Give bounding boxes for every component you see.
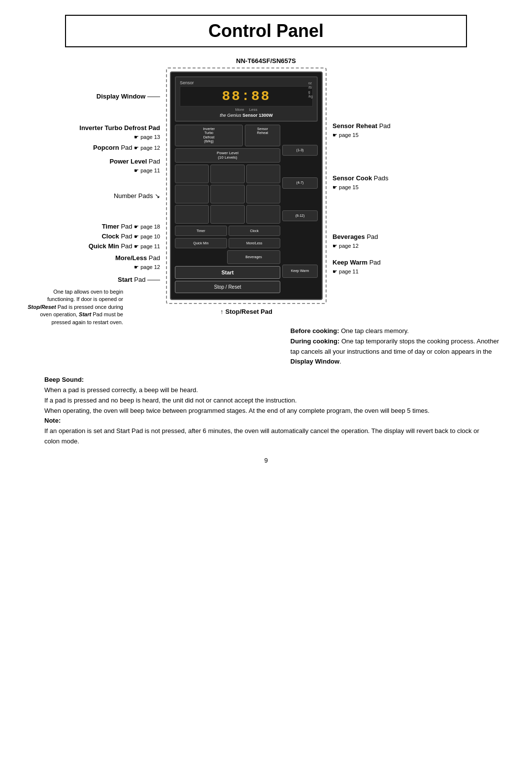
stop-reset-description: Before cooking: One tap clears memory. D… bbox=[271, 326, 507, 367]
panel-inner: Inverter Turbo Defrost (lb/kg) Sensor Re… bbox=[175, 125, 318, 295]
beep-line-1: When a pad is pressed correctly, a beep … bbox=[44, 386, 198, 394]
note-section: Note: If an operation is set and Start P… bbox=[44, 416, 488, 446]
right-labels: Sensor Reheat Pad ☛ page 15 Sensor Cook … bbox=[330, 67, 468, 326]
sensor-cook-pads-label: Sensor Cook Pads bbox=[332, 174, 468, 183]
model-number: NN-T664SF/SN657S bbox=[15, 57, 517, 65]
inverter-turbo-defrost-btn[interactable]: Inverter Turbo Defrost (lb/kg) bbox=[175, 125, 243, 146]
numpad-1[interactable] bbox=[175, 165, 209, 183]
genius-label: the Genius Sensor 1300W bbox=[180, 113, 313, 118]
stop-reset-btn[interactable]: Stop / Reset bbox=[175, 281, 280, 293]
page-number: 9 bbox=[15, 457, 517, 464]
page-title: Control Panel bbox=[76, 21, 456, 41]
timer-btn[interactable]: Timer bbox=[175, 226, 227, 236]
sensor-cook-4-7-btn[interactable]: (4-7) bbox=[282, 177, 318, 188]
display-window-arrow: —— bbox=[147, 93, 160, 100]
beep-sound-title: Beep Sound: bbox=[44, 376, 84, 383]
beep-line-2: If a pad is pressed and no beep is heard… bbox=[44, 397, 297, 404]
title-box: Control Panel bbox=[65, 15, 467, 47]
numpad-8[interactable] bbox=[210, 205, 244, 224]
beverages-page-ref: ☛ page 12 bbox=[332, 242, 468, 250]
numpad-6[interactable] bbox=[246, 185, 280, 203]
inverter-label: Inverter Turbo Defrost Pad bbox=[25, 124, 160, 133]
stop-reset-pad-label-area: ↑ Stop/Reset Pad bbox=[220, 308, 272, 315]
note-title: Note: bbox=[44, 417, 61, 424]
numpad-4[interactable] bbox=[175, 185, 209, 203]
left-labels: Display Window —— Inverter Turbo Defrost… bbox=[25, 67, 163, 326]
number-pads-label: Number Pads ↘ bbox=[25, 192, 160, 201]
before-cooking-text: One tap clears memory. bbox=[341, 327, 409, 335]
microwave-panel: Sensor 88:88 oz /lb g /kg bbox=[170, 71, 323, 300]
numpad-3[interactable] bbox=[246, 165, 280, 183]
clock-btn[interactable]: Clock bbox=[229, 226, 281, 236]
before-cooking-label: Before cooking: bbox=[291, 327, 339, 335]
numpad-5[interactable] bbox=[210, 185, 244, 203]
power-level-label: Power Level Pad bbox=[25, 157, 160, 166]
display-window-panel: Sensor 88:88 oz /lb g /kg bbox=[175, 76, 318, 122]
keep-warm-pad-label: Keep Warm Pad bbox=[332, 258, 468, 267]
numpad-7[interactable] bbox=[175, 205, 209, 224]
display-digits: 88:88 bbox=[180, 86, 313, 106]
timer-clock-row: Timer Clock bbox=[175, 226, 280, 236]
start-pad-label: Start Pad —— bbox=[25, 275, 160, 284]
number-pads-arrow: ↘ bbox=[155, 192, 160, 200]
top-btn-row: Inverter Turbo Defrost (lb/kg) Sensor Re… bbox=[175, 125, 280, 146]
inverter-page-ref: ☛ page 13 bbox=[25, 134, 160, 141]
beverages-col bbox=[175, 250, 225, 264]
quick-min-label: Quick Min Pad ☛ page 11 bbox=[25, 242, 160, 251]
popcorn-label: Popcorn Pad ☛ page 12 bbox=[25, 143, 160, 152]
sensor-reheat-label: Sensor Reheat Pad bbox=[332, 122, 468, 131]
more-less-btn[interactable]: More/Less bbox=[229, 238, 281, 248]
keep-warm-btn[interactable]: Keep Warm bbox=[282, 265, 318, 277]
sensor-reheat-page-ref: ☛ page 15 bbox=[332, 132, 468, 139]
beverages-btn[interactable]: Beverages bbox=[227, 250, 280, 264]
sensor-cook-1-3-btn[interactable]: (1-3) bbox=[282, 145, 318, 156]
display-window-bold: Display Window bbox=[291, 358, 340, 365]
quick-min-btn[interactable]: Quick Min bbox=[175, 238, 227, 248]
more-less-pad-label: More/Less Pad bbox=[25, 254, 160, 263]
numpad-2[interactable] bbox=[210, 165, 244, 183]
number-pad-grid bbox=[175, 165, 280, 224]
stop-reset-description-area: Before cooking: One tap clears memory. D… bbox=[25, 326, 507, 367]
power-level-page-ref: ☛ page 11 bbox=[25, 167, 160, 174]
panel-dashed-border: Sensor 88:88 oz /lb g /kg bbox=[166, 67, 327, 304]
beep-sound-section: Beep Sound: When a pad is pressed correc… bbox=[44, 375, 488, 416]
during-cooking-label: During cooking: bbox=[291, 337, 340, 345]
clock-pad-label: Clock Pad ☛ page 10 bbox=[25, 232, 160, 241]
numpad-9[interactable] bbox=[246, 205, 280, 224]
stop-reset-left-spacer bbox=[25, 326, 261, 367]
power-level-row: Power Level (10 Levels) bbox=[175, 148, 280, 163]
more-less-page-ref: ☛ page 12 bbox=[25, 264, 160, 271]
beep-line-3: When operating, the oven will beep twice… bbox=[44, 407, 430, 414]
sensor-reheat-btn[interactable]: Sensor Reheat bbox=[245, 125, 280, 146]
center-panel: Sensor 88:88 oz /lb g /kg bbox=[163, 67, 330, 326]
beverages-row: Beverages bbox=[175, 250, 280, 264]
stop-reset-pad-label: Stop/Reset Pad bbox=[226, 308, 272, 315]
sensor-label: Sensor bbox=[180, 80, 313, 85]
start-btn[interactable]: Start bbox=[175, 266, 280, 279]
sensor-cook-col: (1-3) (4-7) (8-12) Keep Warm bbox=[282, 125, 318, 295]
sensor-cook-8-12-btn[interactable]: (8-12) bbox=[282, 210, 318, 221]
keep-warm-page-ref: ☛ page 11 bbox=[332, 268, 468, 275]
more-less-display: More Less bbox=[180, 107, 313, 112]
stop-reset-pad-arrow: ↑ bbox=[220, 308, 224, 315]
sensor-cook-page-ref: ☛ page 15 bbox=[332, 184, 468, 191]
display-window-label: Display Window —— bbox=[25, 92, 160, 101]
quickmin-moreless-row: Quick Min More/Less bbox=[175, 238, 280, 248]
timer-pad-label: Timer Pad ☛ page 18 bbox=[25, 222, 160, 231]
display-units: oz /lb g /kg bbox=[308, 81, 313, 98]
panel-left-section: Inverter Turbo Defrost (lb/kg) Sensor Re… bbox=[175, 125, 280, 295]
beverages-pad-label: Beverages Pad bbox=[332, 233, 468, 241]
start-pad-description: One tap allows oven to begin functioning… bbox=[25, 288, 123, 326]
diagram-area: Display Window —— Inverter Turbo Defrost… bbox=[25, 67, 507, 326]
note-text: If an operation is set and Start Pad is … bbox=[44, 427, 479, 445]
power-level-btn[interactable]: Power Level (10 Levels) bbox=[175, 148, 280, 163]
